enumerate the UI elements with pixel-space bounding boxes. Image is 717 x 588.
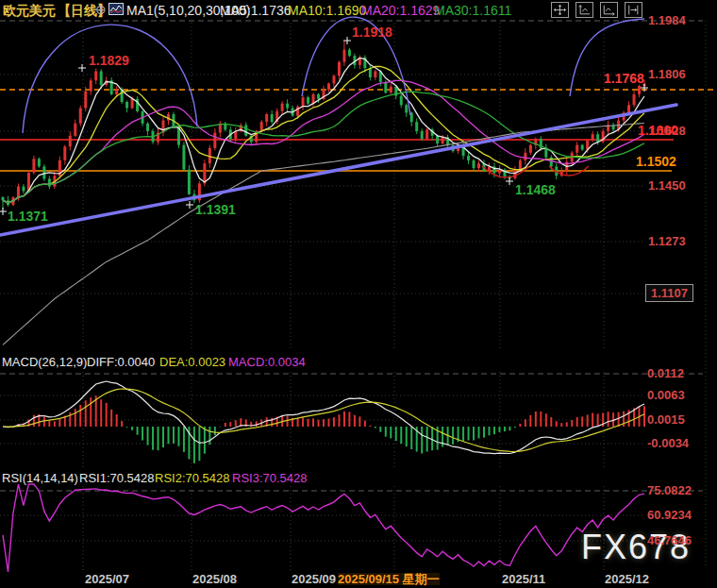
macd-axis-label: 0.0112 xyxy=(647,367,684,379)
candle-body xyxy=(390,87,392,93)
rsi-title[interactable]: RSI(14,14,14) xyxy=(2,472,78,484)
chart-annotation: 1.1502 xyxy=(636,155,676,168)
blue-arc-annotation xyxy=(23,25,197,133)
candle-body xyxy=(146,124,149,131)
chart-annotation: 1.1600 xyxy=(638,124,678,137)
candle-body xyxy=(519,160,522,169)
y-axis-scale-icon[interactable] xyxy=(575,2,593,18)
move-tool-icon[interactable] xyxy=(551,2,569,18)
candle-body xyxy=(94,71,97,80)
chart-annotation: 1.1371 xyxy=(8,210,48,223)
candle-body xyxy=(374,71,376,77)
chart-annotation: 1.1829 xyxy=(89,54,129,67)
candle-body xyxy=(592,134,594,141)
chart-thumbnail-icon[interactable] xyxy=(108,3,124,17)
candle-body xyxy=(79,109,82,124)
candle-body xyxy=(384,82,387,92)
macd-axis-label: -0.0034 xyxy=(647,437,689,449)
candle-body xyxy=(400,95,403,105)
pan-right-icon[interactable] xyxy=(625,2,642,18)
candle-body xyxy=(100,71,103,85)
macd-title[interactable]: MACD(26,12,9) xyxy=(2,356,87,368)
chart-annotation: 1.1468 xyxy=(515,183,556,196)
candle-body xyxy=(182,145,185,170)
x-axis-label: 2025/12 xyxy=(605,573,649,585)
symbol-title: 欧元美元 xyxy=(3,4,56,17)
candle-body xyxy=(421,131,424,139)
candle-body xyxy=(627,105,630,112)
candle-body xyxy=(90,80,92,91)
x-axis-label: 2025/08 xyxy=(192,573,237,585)
candle-body xyxy=(342,50,345,62)
price-axis-label-boxed: 1.1107 xyxy=(645,284,693,302)
candle-body xyxy=(63,146,66,160)
candle-body xyxy=(281,104,284,111)
candle-body xyxy=(188,170,191,194)
candle-body xyxy=(244,125,247,135)
candle-body xyxy=(317,94,320,99)
candle-body xyxy=(327,83,330,90)
ma100-line xyxy=(3,124,644,345)
candle-body xyxy=(405,105,408,112)
candle-body xyxy=(125,102,128,109)
candle-body xyxy=(338,62,341,76)
candle-body xyxy=(32,159,35,173)
candle-body xyxy=(529,145,532,153)
candle-body xyxy=(498,170,501,174)
candle-body xyxy=(436,136,439,143)
rsi-line xyxy=(3,484,644,572)
rsi1-value: RSI1:70.5428 xyxy=(79,472,155,484)
price-axis-label: 1.1273 xyxy=(648,235,686,247)
x-axis-label: 2025/09 xyxy=(292,573,336,585)
candle-body xyxy=(302,97,305,107)
x-axis-scale-icon[interactable] xyxy=(600,2,618,18)
candle-body xyxy=(286,104,289,109)
add-indicator-icon[interactable]: ⊕ xyxy=(95,3,107,16)
candle-body xyxy=(38,159,41,166)
rsi3-value: RSI3:70.5428 xyxy=(232,472,308,484)
candle-body xyxy=(42,166,45,178)
trendline xyxy=(0,105,676,235)
price-axis-label: 1.1450 xyxy=(648,179,686,192)
macd-value: MACD:0.0034 xyxy=(228,356,306,368)
macd-dea-value: DEA:0.0023 xyxy=(159,356,225,368)
candle-body xyxy=(332,76,335,83)
candle-body xyxy=(22,187,25,192)
candle-body xyxy=(115,90,118,94)
x-axis-crosshair-date: 2025/09/15 星期一 xyxy=(338,573,440,585)
candle-body xyxy=(467,156,470,160)
x-axis-label: 2025/07 xyxy=(85,573,129,585)
candle-body xyxy=(17,187,20,197)
candle-body xyxy=(2,197,5,200)
rsi-axis-label: 75.0822 xyxy=(647,484,692,496)
candle-body xyxy=(213,133,216,148)
ma10-value: MA10:1.1690 xyxy=(288,4,366,17)
price-axis-label: 1.1806 xyxy=(648,68,686,80)
candle-body xyxy=(473,160,475,168)
chart-annotation: 1.1918 xyxy=(352,25,392,39)
candle-body xyxy=(260,122,263,131)
candle-body xyxy=(575,145,578,153)
chart-window: 欧元美元 【日线】 ⊕ MA1(5,10,20,30,100) MA5:1.17… xyxy=(0,0,717,588)
candle-body xyxy=(74,124,76,136)
rsi-axis-label: 46.7646 xyxy=(647,534,692,546)
candle-body xyxy=(477,163,480,168)
ma5-value: MA5:1.1736 xyxy=(220,4,292,17)
candle-body xyxy=(442,137,444,143)
candle-body xyxy=(596,134,599,142)
candle-body xyxy=(633,94,636,105)
candle-body xyxy=(271,114,274,122)
chart-canvas[interactable] xyxy=(0,0,717,588)
macd-diff-value: DIFF:0.0040 xyxy=(87,356,155,368)
candle-body xyxy=(203,163,206,183)
candle-body xyxy=(638,86,641,94)
candle-body xyxy=(48,178,51,186)
chart-annotation: 1.1768 xyxy=(604,72,644,85)
candle-body xyxy=(425,129,428,139)
candle-body xyxy=(307,97,309,104)
ma30-value: MA30:1.1611 xyxy=(434,4,511,17)
x-axis-label: 2025/11 xyxy=(502,573,545,585)
candle-body xyxy=(69,136,72,146)
candle-body xyxy=(581,145,584,150)
chart-annotation: 1.1391 xyxy=(195,203,236,216)
